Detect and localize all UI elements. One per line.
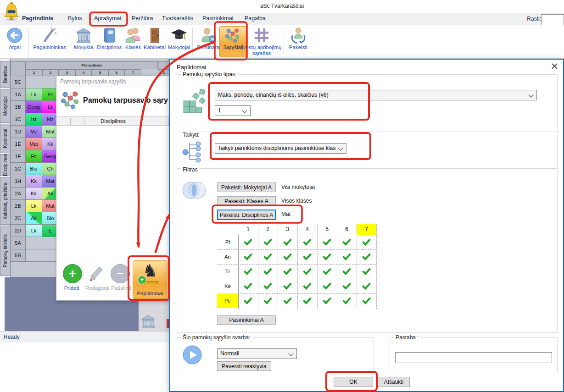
toolbar-button-swap[interactable]: Pakeisti [278, 26, 319, 50]
schedule-cell[interactable]: Geog [26, 101, 42, 113]
grid-check-cell[interactable] [317, 235, 337, 249]
grid-check-cell[interactable] [297, 264, 317, 279]
grid-check-cell[interactable] [357, 279, 376, 293]
menu-item[interactable]: Pagrindinis [22, 15, 53, 22]
grid-check-cell[interactable] [297, 293, 317, 308]
count-dropdown[interactable]: 1 [215, 105, 251, 116]
search-input[interactable] [541, 14, 564, 25]
grid-check-cell[interactable] [357, 293, 376, 308]
side-tab-2[interactable]: Mokytojai [0, 89, 11, 123]
grid-check-cell[interactable] [238, 264, 258, 279]
schedule-cell[interactable]: Mat [26, 138, 42, 150]
schedule-cell[interactable] [26, 76, 42, 88]
cancel-button[interactable]: Atšaukti [378, 377, 410, 387]
period-header: 3 [59, 69, 75, 76]
side-tab-6[interactable]: Pamokų tinklelis [0, 226, 11, 276]
grid-check-cell[interactable] [278, 264, 297, 279]
grid-check-cell[interactable] [337, 279, 357, 293]
note-input[interactable] [395, 352, 552, 363]
apply-scope-value: Taikyti parinktoms disciplinoms pasirink… [218, 145, 336, 151]
importance-dropdown[interactable]: Normali [217, 348, 297, 359]
swap-icon [290, 27, 307, 44]
apply-scope-dropdown[interactable]: Taikyti parinktoms disciplinoms pasirink… [215, 143, 346, 154]
filter-change-button-3[interactable]: Pakeisti: Disciplinos A [217, 210, 276, 220]
wand-icon [41, 27, 58, 44]
grid-check-cell[interactable] [297, 235, 317, 249]
menu-item[interactable]: Pagalba [245, 15, 266, 22]
grid-check-cell[interactable] [337, 293, 357, 308]
side-tab-5[interactable]: Kabinetų priežiūra [0, 177, 11, 225]
grid-check-cell[interactable] [357, 235, 376, 249]
relations-list[interactable] [56, 126, 169, 258]
grid-check-cell[interactable] [297, 249, 317, 264]
grid-check-cell[interactable] [337, 235, 357, 249]
grid-check-cell[interactable] [278, 249, 297, 264]
check-icon [244, 281, 252, 289]
papildomai-button[interactable]: ♞+Papildomai [133, 260, 168, 299]
grid-check-cell[interactable] [317, 264, 337, 279]
options-a-button[interactable]: Pasirinkimai A [217, 315, 276, 325]
schedule-cell[interactable]: Fz [26, 150, 42, 163]
deactivate-button[interactable]: Paversti neaktyvia [217, 361, 271, 371]
grid-check-cell[interactable] [337, 264, 357, 279]
schedule-row-header: 2B [11, 200, 26, 212]
check-icon [362, 251, 371, 260]
check-icon [303, 281, 312, 289]
plus-badge-icon: + [138, 276, 146, 284]
relations-dialog-title: Pamokų tarpusavio sąryšis [60, 78, 126, 85]
menu-item[interactable]: Pasirinkimai [202, 15, 233, 22]
grid-check-cell[interactable] [278, 293, 297, 308]
filter-value-2: Visos klasės [281, 198, 312, 204]
close-icon[interactable]: × [550, 61, 558, 72]
grid-check-cell[interactable] [238, 279, 258, 293]
schedule-cell[interactable]: Lk [26, 225, 42, 237]
grid-check-cell[interactable] [258, 279, 278, 293]
grid-check-cell[interactable] [238, 293, 258, 308]
filter-change-button-2[interactable]: Pakeisti: Klasės A [217, 196, 276, 206]
grid-check-cell[interactable] [238, 249, 258, 264]
grid-check-cell[interactable] [238, 235, 258, 249]
schedule-cell[interactable]: Lk [26, 200, 42, 212]
grid-check-cell[interactable] [258, 235, 278, 249]
grid-check-cell[interactable] [258, 249, 278, 264]
relation-type-dropdown[interactable]: Maks. periodų, einančių iš eilės, skaiči… [215, 90, 537, 100]
grid-check-cell[interactable] [317, 293, 337, 308]
menu-item[interactable]: Tvarkaraštis [162, 15, 193, 22]
status-text: Ready [4, 334, 20, 340]
schedule-cell[interactable]: Ak [26, 212, 42, 225]
grid-check-cell[interactable] [357, 264, 376, 279]
schedule-cell[interactable]: Bio [26, 163, 42, 175]
schedule-cell[interactable]: Mz [26, 126, 42, 138]
schedule-cell[interactable] [26, 249, 42, 262]
filter-change-button-1[interactable]: Pakeisti: Mokytojai A [217, 182, 276, 192]
schedule-cell[interactable]: Kk [26, 188, 42, 200]
menu-item[interactable]: Aprašymai [94, 15, 121, 22]
advanced-dialog-title: Papildomai [177, 64, 206, 71]
schedule-cell[interactable] [26, 237, 42, 249]
ok-button[interactable]: OK [334, 377, 373, 387]
grid-check-cell[interactable] [278, 235, 297, 249]
toolbar-button-hash[interactable]: Įvestų apribojimų sąrašas [241, 26, 282, 56]
grid-check-cell[interactable] [278, 279, 297, 293]
grid-check-cell[interactable] [337, 249, 357, 264]
schedule-cell[interactable]: Ist [26, 113, 42, 126]
grid-check-cell[interactable] [258, 293, 278, 308]
side-tab-4[interactable]: Disciplinos [0, 154, 11, 176]
check-icon [283, 295, 292, 304]
schedule-row-header: 1G [11, 163, 26, 175]
side-tab-3[interactable]: Kabinetai [0, 124, 11, 153]
menu-item[interactable]: Bylos [68, 15, 82, 22]
menu-item[interactable]: Peržiūra [132, 15, 153, 22]
pridėti-button[interactable]: + [63, 264, 82, 283]
side-tab-label: Kabinetai [3, 129, 8, 148]
type-group-label: Pamokų sąryšio tipas: [181, 71, 238, 77]
schedule-cell[interactable]: Kk [26, 175, 42, 188]
grid-check-cell[interactable] [317, 249, 337, 264]
grid-check-cell[interactable] [258, 264, 278, 279]
side-tab-1[interactable]: Bendras [0, 61, 11, 88]
schedule-cell[interactable]: Lk [26, 88, 42, 101]
schedule-row-header: 5A [11, 237, 26, 249]
grid-check-cell[interactable] [317, 279, 337, 293]
grid-check-cell[interactable] [357, 249, 376, 264]
grid-check-cell[interactable] [297, 279, 317, 293]
